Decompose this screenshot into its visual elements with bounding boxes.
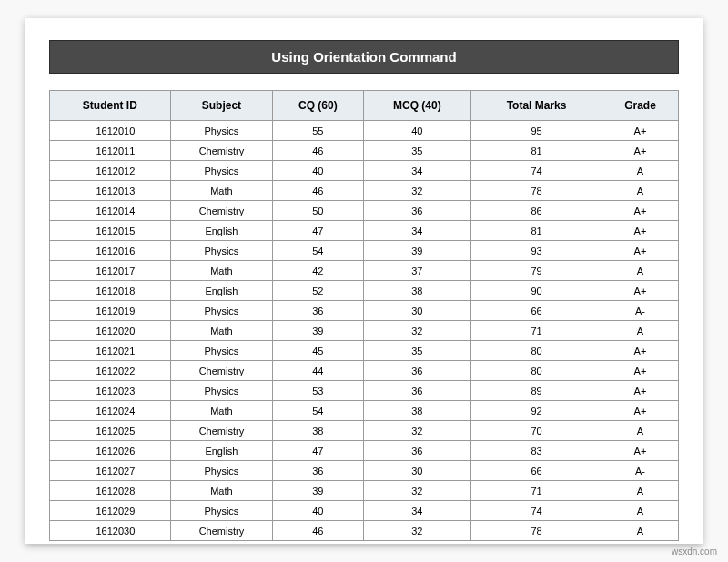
cell-subject: Chemistry bbox=[170, 141, 273, 161]
cell-id: 1612015 bbox=[50, 221, 171, 241]
cell-subject: Physics bbox=[170, 381, 273, 401]
cell-cq: 40 bbox=[273, 501, 363, 521]
cell-id: 1612023 bbox=[50, 381, 171, 401]
cell-cq: 39 bbox=[273, 321, 363, 341]
cell-total: 83 bbox=[471, 441, 602, 461]
cell-mcq: 35 bbox=[363, 141, 471, 161]
cell-cq: 36 bbox=[273, 301, 363, 321]
cell-cq: 54 bbox=[273, 401, 363, 421]
cell-mcq: 39 bbox=[363, 241, 471, 261]
col-total: Total Marks bbox=[471, 91, 602, 121]
cell-id: 1612020 bbox=[50, 321, 171, 341]
cell-subject: Physics bbox=[170, 301, 273, 321]
cell-total: 79 bbox=[471, 261, 602, 281]
cell-id: 1612022 bbox=[50, 361, 171, 381]
cell-id: 1612018 bbox=[50, 281, 171, 301]
cell-grade: A bbox=[602, 321, 678, 341]
cell-grade: A bbox=[602, 261, 678, 281]
cell-total: 86 bbox=[471, 201, 602, 221]
table-row: 1612022Chemistry443680A+ bbox=[50, 361, 679, 381]
table-row: 1612013Math463278A bbox=[50, 181, 679, 201]
cell-grade: A+ bbox=[602, 281, 678, 301]
cell-cq: 46 bbox=[273, 181, 363, 201]
cell-id: 1612029 bbox=[50, 501, 171, 521]
cell-total: 71 bbox=[471, 481, 602, 501]
cell-grade: A+ bbox=[602, 381, 678, 401]
cell-total: 93 bbox=[471, 241, 602, 261]
cell-id: 1612024 bbox=[50, 401, 171, 421]
cell-mcq: 32 bbox=[363, 181, 471, 201]
cell-grade: A bbox=[602, 181, 678, 201]
cell-mcq: 36 bbox=[363, 441, 471, 461]
cell-grade: A+ bbox=[602, 341, 678, 361]
col-cq: CQ (60) bbox=[273, 91, 363, 121]
cell-cq: 46 bbox=[273, 141, 363, 161]
cell-cq: 50 bbox=[273, 201, 363, 221]
watermark: wsxdn.com bbox=[672, 547, 717, 557]
cell-cq: 47 bbox=[273, 221, 363, 241]
cell-cq: 46 bbox=[273, 521, 363, 541]
cell-grade: A+ bbox=[602, 241, 678, 261]
table-row: 1612019Physics363066A- bbox=[50, 301, 679, 321]
cell-id: 1612026 bbox=[50, 441, 171, 461]
cell-id: 1612025 bbox=[50, 421, 171, 441]
cell-cq: 44 bbox=[273, 361, 363, 381]
cell-mcq: 38 bbox=[363, 401, 471, 421]
cell-subject: Physics bbox=[170, 121, 273, 141]
table-row: 1612023Physics533689A+ bbox=[50, 381, 679, 401]
cell-total: 81 bbox=[471, 141, 602, 161]
col-subject: Subject bbox=[170, 91, 273, 121]
cell-id: 1612010 bbox=[50, 121, 171, 141]
cell-id: 1612012 bbox=[50, 161, 171, 181]
cell-mcq: 38 bbox=[363, 281, 471, 301]
cell-cq: 55 bbox=[273, 121, 363, 141]
table-body: 1612010Physics554095A+1612011Chemistry46… bbox=[50, 121, 679, 541]
cell-grade: A bbox=[602, 421, 678, 441]
cell-grade: A+ bbox=[602, 141, 678, 161]
cell-id: 1612016 bbox=[50, 241, 171, 261]
table-row: 1612025Chemistry383270A bbox=[50, 421, 679, 441]
cell-mcq: 34 bbox=[363, 161, 471, 181]
cell-mcq: 32 bbox=[363, 481, 471, 501]
cell-id: 1612027 bbox=[50, 461, 171, 481]
cell-grade: A+ bbox=[602, 221, 678, 241]
cell-subject: Physics bbox=[170, 461, 273, 481]
cell-grade: A bbox=[602, 521, 678, 541]
cell-id: 1612017 bbox=[50, 261, 171, 281]
cell-mcq: 30 bbox=[363, 301, 471, 321]
cell-id: 1612011 bbox=[50, 141, 171, 161]
cell-mcq: 36 bbox=[363, 381, 471, 401]
table-row: 1612028Math393271A bbox=[50, 481, 679, 501]
table-row: 1612018English523890A+ bbox=[50, 281, 679, 301]
cell-grade: A+ bbox=[602, 121, 678, 141]
cell-total: 92 bbox=[471, 401, 602, 421]
cell-cq: 36 bbox=[273, 461, 363, 481]
cell-cq: 45 bbox=[273, 341, 363, 361]
cell-cq: 39 bbox=[273, 481, 363, 501]
table-row: 1612015English473481A+ bbox=[50, 221, 679, 241]
cell-subject: Chemistry bbox=[170, 361, 273, 381]
cell-subject: Physics bbox=[170, 341, 273, 361]
cell-cq: 53 bbox=[273, 381, 363, 401]
table-row: 1612030Chemistry463278A bbox=[50, 521, 679, 541]
cell-mcq: 36 bbox=[363, 361, 471, 381]
table-row: 1612027Physics363066A- bbox=[50, 461, 679, 481]
cell-total: 95 bbox=[471, 121, 602, 141]
cell-total: 66 bbox=[471, 461, 602, 481]
cell-total: 71 bbox=[471, 321, 602, 341]
table-row: 1612011Chemistry463581A+ bbox=[50, 141, 679, 161]
cell-subject: Math bbox=[170, 481, 273, 501]
table-row: 1612016Physics543993A+ bbox=[50, 241, 679, 261]
cell-subject: Math bbox=[170, 321, 273, 341]
table-row: 1612014Chemistry503686A+ bbox=[50, 201, 679, 221]
cell-total: 74 bbox=[471, 501, 602, 521]
table-row: 1612020Math393271A bbox=[50, 321, 679, 341]
cell-total: 66 bbox=[471, 301, 602, 321]
cell-mcq: 32 bbox=[363, 421, 471, 441]
cell-id: 1612028 bbox=[50, 481, 171, 501]
cell-cq: 40 bbox=[273, 161, 363, 181]
cell-cq: 54 bbox=[273, 241, 363, 261]
cell-subject: English bbox=[170, 281, 273, 301]
cell-id: 1612013 bbox=[50, 181, 171, 201]
col-grade: Grade bbox=[602, 91, 678, 121]
